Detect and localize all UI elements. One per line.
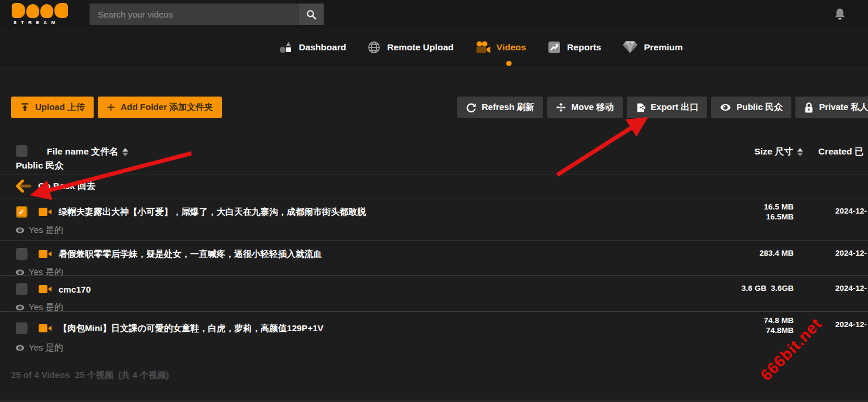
video-count-summary: 25 of 4 Videos 25 个视频 (共 4 个视频)	[11, 370, 169, 381]
table-row: ✓ 暑假兼职零零后学妹，疑是处女，一直喊疼，逼很小轻轻插入就流血 Yes 是的 …	[0, 240, 868, 275]
search-icon	[306, 9, 317, 20]
created-date: 2024-12-	[835, 249, 867, 257]
row-checkbox[interactable]: ✓	[16, 206, 28, 218]
export-label: Export 出口	[651, 102, 699, 113]
video-camera-icon	[475, 41, 490, 54]
nav-item-reports[interactable]: Reports	[547, 40, 602, 54]
nav-item-premium[interactable]: Premium	[622, 40, 682, 54]
eye-icon	[720, 103, 731, 112]
video-title[interactable]: cmc170	[59, 284, 91, 294]
add-folder-button[interactable]: Add Folder 添加文件夹	[98, 97, 222, 118]
row-checkbox[interactable]: ✓	[16, 248, 28, 260]
column-public: Public 民众	[16, 160, 64, 172]
dashboard-icon	[279, 40, 293, 54]
back-arrow-icon	[15, 179, 32, 193]
row-checkbox[interactable]: ✓	[16, 283, 28, 295]
video-file-icon	[39, 284, 52, 294]
video-title[interactable]: 暑假兼职零零后学妹，疑是处女，一直喊疼，逼很小轻轻插入就流血	[59, 249, 322, 260]
public-status: Yes 是的	[29, 225, 63, 236]
nav-label: Videos	[496, 42, 526, 53]
top-bar: STREAM	[0, 0, 868, 28]
logo-blobs-icon	[12, 3, 68, 18]
brand-logo[interactable]: STREAM	[12, 3, 68, 25]
table-row: ✓ 【肉包Mini】日文課の可愛的女童鞋，白虎，萝莉，高颜值129P+1V Ye…	[0, 311, 868, 358]
table-header: ✓ File name 文件名 Public 民众 Size 尺寸 Create…	[0, 143, 868, 174]
move-icon	[556, 102, 566, 112]
nav-label: Reports	[567, 42, 602, 53]
add-folder-label: Add Folder 添加文件夹	[121, 102, 213, 113]
plus-icon	[107, 103, 115, 112]
created-date: 2024-12-	[835, 320, 867, 329]
move-label: Move 移动	[571, 102, 614, 113]
file-name-header-label: File name 文件名	[47, 146, 118, 158]
nav-item-remote-upload[interactable]: Remote Upload	[367, 40, 454, 54]
upload-button[interactable]: Upload 上传	[11, 97, 94, 118]
notifications-bell-icon[interactable]	[833, 6, 847, 22]
upload-label: Upload 上传	[35, 102, 85, 113]
sort-icon[interactable]	[122, 148, 128, 156]
created-date: 2024-12-	[835, 207, 867, 215]
video-file-icon	[39, 249, 52, 259]
nav-label: Dashboard	[299, 42, 346, 53]
main-nav: Dashboard Remote Upload Videos Reports P…	[0, 28, 868, 67]
video-list: ✓ File name 文件名 Public 民众 Size 尺寸 Create…	[0, 143, 868, 358]
export-button[interactable]: Export 出口	[627, 97, 708, 118]
private-button[interactable]: Private 私人	[795, 97, 868, 118]
go-back-row[interactable]: Go Back 回去	[0, 174, 868, 198]
video-title[interactable]: 绿帽夫妻露出大神【小可爱】，屌爆了，大白天在九寨沟，成都闹市街头都敢脱	[59, 207, 366, 218]
chart-icon	[547, 40, 561, 54]
column-created[interactable]: Created 已	[818, 146, 864, 158]
public-button[interactable]: Public 民众	[711, 97, 791, 118]
search-bar	[90, 4, 324, 25]
nav-label: Remote Upload	[387, 42, 454, 53]
move-button[interactable]: Move 移动	[547, 97, 623, 118]
size-header-label: Size 尺寸	[754, 146, 793, 158]
public-status: Yes 是的	[29, 342, 63, 353]
column-size[interactable]: Size 尺寸	[754, 146, 803, 158]
private-label: Private 私人	[819, 102, 868, 113]
column-file-name[interactable]: File name 文件名	[47, 146, 128, 158]
active-tab-dot	[506, 61, 512, 66]
toolbar-left: Upload 上传 Add Folder 添加文件夹	[11, 97, 222, 118]
video-file-icon	[39, 324, 52, 333]
row-checkbox[interactable]: ✓	[16, 322, 28, 334]
public-label: Public 民众	[736, 102, 783, 113]
refresh-label: Refresh 刷新	[482, 102, 534, 113]
bottom-strip	[0, 400, 868, 402]
export-icon	[636, 102, 646, 113]
file-size: 3.6 GB 3.6GB	[742, 283, 794, 293]
nav-item-videos[interactable]: Videos	[475, 40, 526, 54]
nav-label: Premium	[644, 42, 682, 53]
nav-item-dashboard[interactable]: Dashboard	[279, 40, 346, 54]
video-file-icon	[39, 207, 52, 217]
search-button[interactable]	[298, 4, 324, 25]
created-date: 2024-12-	[835, 284, 867, 293]
go-back-label: Go Back 回去	[38, 180, 95, 193]
file-size: 283.4 MB	[759, 248, 794, 258]
file-size: 74.8 MB74.8MB	[764, 315, 794, 335]
select-all-checkbox[interactable]: ✓	[16, 145, 28, 157]
diamond-icon	[622, 40, 638, 54]
table-row: ✓ 绿帽夫妻露出大神【小可爱】，屌爆了，大白天在九寨沟，成都闹市街头都敢脱 Ye…	[0, 198, 868, 240]
refresh-icon	[466, 102, 476, 113]
search-input[interactable]	[90, 4, 298, 25]
refresh-button[interactable]: Refresh 刷新	[457, 97, 543, 118]
sort-icon[interactable]	[797, 148, 803, 156]
brand-name: STREAM	[12, 20, 68, 25]
eye-icon	[15, 344, 25, 352]
file-size: 16.5 MB16.5MB	[764, 202, 794, 222]
table-row: ✓ cmc170 Yes 是的 3.6 GB 3.6GB 2024-12-	[0, 275, 868, 311]
toolbar-right: Refresh 刷新 Move 移动 Export 出口 Public 民众 P…	[457, 97, 868, 118]
eye-icon	[15, 304, 25, 311]
upload-icon	[20, 102, 30, 112]
video-title[interactable]: 【肉包Mini】日文課の可愛的女童鞋，白虎，萝莉，高颜值129P+1V	[59, 323, 323, 334]
eye-icon	[15, 226, 25, 234]
globe-icon	[367, 40, 381, 54]
lock-icon	[804, 102, 814, 114]
